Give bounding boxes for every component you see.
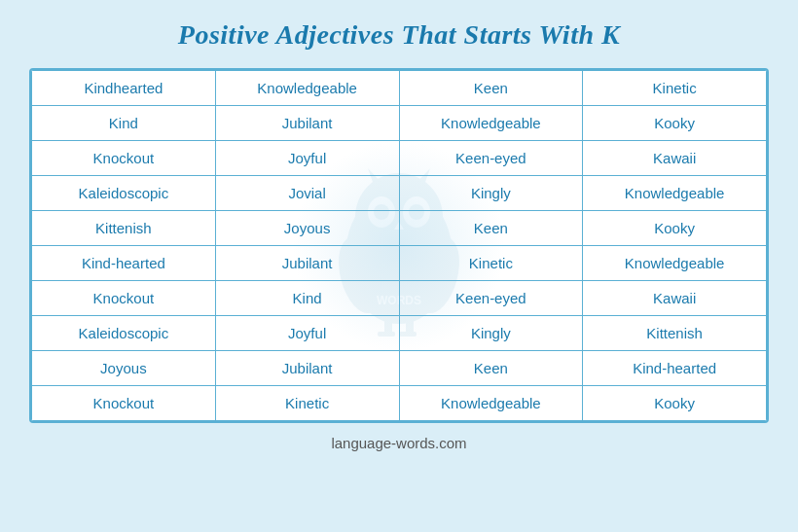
table-cell: Jovial xyxy=(215,176,399,211)
table-cell: Kinetic xyxy=(583,71,767,106)
table-cell: Knowledgeable xyxy=(215,71,399,106)
table-cell: Kittenish xyxy=(32,211,216,246)
table-cell: Knockout xyxy=(32,281,216,316)
table-row: KnockoutJoyfulKeen-eyedKawaii xyxy=(32,141,767,176)
table-container: WORDS KindheartedKnowledgeableKeenKineti… xyxy=(29,68,769,423)
table-cell: Keen xyxy=(399,211,583,246)
table-row: KindheartedKnowledgeableKeenKinetic xyxy=(32,71,767,106)
page-title: Positive Adjectives That Starts With K xyxy=(178,19,620,51)
table-cell: Kawaii xyxy=(583,281,767,316)
table-cell: Kinetic xyxy=(215,386,399,421)
table-cell: Knowledgeable xyxy=(583,246,767,281)
table-cell: Kooky xyxy=(583,211,767,246)
table-row: Kind-heartedJubilantKineticKnowledgeable xyxy=(32,246,767,281)
table-cell: Knowledgeable xyxy=(399,386,583,421)
table-cell: Kittenish xyxy=(583,316,767,351)
table-row: KindJubilantKnowledgeableKooky xyxy=(32,106,767,141)
table-cell: Kooky xyxy=(583,106,767,141)
table-cell: Knockout xyxy=(32,386,216,421)
table-cell: Jubilant xyxy=(215,351,399,386)
page-wrapper: Positive Adjectives That Starts With K W… xyxy=(0,0,798,532)
table-cell: Joyful xyxy=(215,141,399,176)
table-cell: Joyous xyxy=(215,211,399,246)
table-row: KittenishJoyousKeenKooky xyxy=(32,211,767,246)
table-row: KaleidoscopicJoyfulKinglyKittenish xyxy=(32,316,767,351)
table-cell: Jubilant xyxy=(215,246,399,281)
table-cell: Joyful xyxy=(215,316,399,351)
table-cell: Kingly xyxy=(399,176,583,211)
adjectives-table: KindheartedKnowledgeableKeenKineticKindJ… xyxy=(31,70,767,421)
table-cell: Kind-hearted xyxy=(32,246,216,281)
table-cell: Kindhearted xyxy=(32,71,216,106)
table-cell: Jubilant xyxy=(215,106,399,141)
table-cell: Kaleidoscopic xyxy=(32,176,216,211)
table-cell: Joyous xyxy=(32,351,216,386)
table-cell: Kind-hearted xyxy=(583,351,767,386)
table-cell: Kawaii xyxy=(583,141,767,176)
table-row: KnockoutKindKeen-eyedKawaii xyxy=(32,281,767,316)
table-cell: Knowledgeable xyxy=(399,106,583,141)
table-cell: Kind xyxy=(215,281,399,316)
table-cell: Keen-eyed xyxy=(399,141,583,176)
table-cell: Knockout xyxy=(32,141,216,176)
table-cell: Kinetic xyxy=(399,246,583,281)
table-cell: Kaleidoscopic xyxy=(32,316,216,351)
table-row: JoyousJubilantKeenKind-hearted xyxy=(32,351,767,386)
table-row: KaleidoscopicJovialKinglyKnowledgeable xyxy=(32,176,767,211)
table-cell: Keen xyxy=(399,71,583,106)
table-row: KnockoutKineticKnowledgeableKooky xyxy=(32,386,767,421)
table-cell: Keen-eyed xyxy=(399,281,583,316)
table-cell: Kingly xyxy=(399,316,583,351)
table-cell: Keen xyxy=(399,351,583,386)
table-cell: Knowledgeable xyxy=(583,176,767,211)
table-cell: Kooky xyxy=(583,386,767,421)
footer-text: language-words.com xyxy=(331,435,466,451)
table-cell: Kind xyxy=(32,106,216,141)
